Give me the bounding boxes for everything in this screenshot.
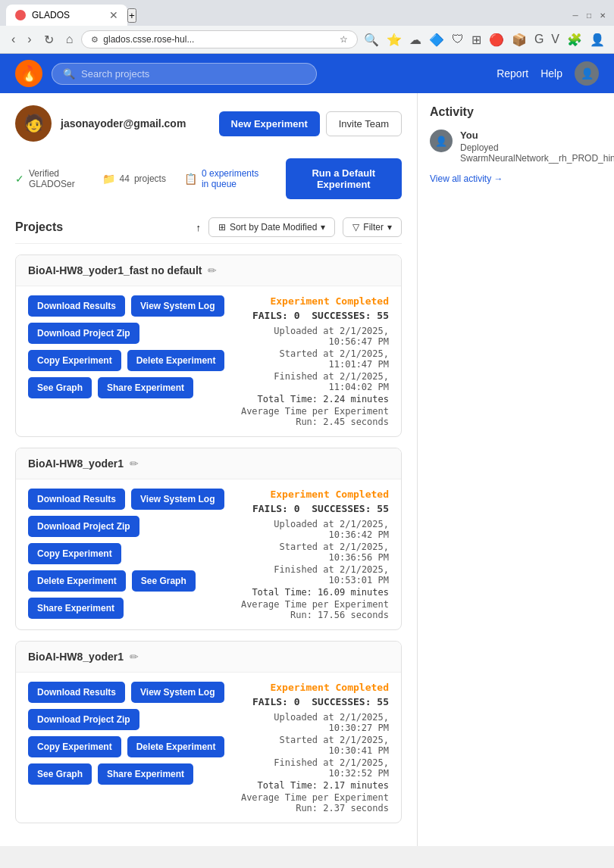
user-email: jasonayoder@gmail.com [61, 117, 210, 130]
extension-icon-2[interactable]: ⭐ [385, 31, 403, 48]
sort-icon-grid: ⊞ [218, 222, 226, 233]
download-project-zip-button-2[interactable]: Download Project Zip [28, 709, 139, 730]
share-experiment-button-2[interactable]: Share Experiment [98, 763, 193, 785]
finished-1: Finished at 2/1/2025, 10:53:01 PM [237, 564, 390, 585]
result-status-1: Experiment Completed [237, 489, 390, 500]
forward-button[interactable]: › [23, 31, 35, 48]
card-title-0: BioAI-HW8_yoder1_fast no default [28, 264, 202, 276]
reload-button[interactable]: ↻ [40, 31, 58, 48]
action-row-3-1: Copy Experiment [28, 543, 224, 564]
result-counts-2: FAILS: 0 SUCCESSES: 55 [237, 696, 389, 707]
card-actions-1: Download Results View System Log Downloa… [28, 489, 224, 620]
report-link[interactable]: Report [497, 67, 528, 80]
browser-chrome: GLADOS ✕ + ─ □ ✕ ‹ › ↻ ⌂ ⚙ glados.csse.r… [0, 0, 614, 54]
copy-experiment-button-2[interactable]: Copy Experiment [28, 736, 121, 757]
tab-bar: GLADOS ✕ + ─ □ ✕ [0, 0, 614, 26]
home-button[interactable]: ⌂ [62, 31, 77, 48]
view-system-log-button-1[interactable]: View System Log [131, 489, 224, 510]
filter-icon: ▽ [352, 222, 359, 233]
sort-label: Sort by Date Modified [230, 222, 317, 233]
search-input[interactable] [81, 68, 305, 80]
new-experiment-button[interactable]: New Experiment [219, 111, 320, 136]
extension-icon-4[interactable]: 🔷 [428, 31, 446, 48]
tab-title: GLADOS [32, 10, 103, 20]
extension-icon-6[interactable]: ⊞ [470, 31, 483, 48]
share-experiment-button-1[interactable]: Share Experiment [28, 598, 124, 619]
delete-experiment-button-2[interactable]: Delete Experiment [127, 736, 225, 757]
download-results-button-2[interactable]: Download Results [28, 682, 125, 703]
copy-experiment-button-0[interactable]: Copy Experiment [28, 350, 121, 371]
browser-nav-icons: 🔍 ⭐ ☁ 🔷 🛡 ⊞ 🔴 📦 G V 🧩 👤 [362, 31, 606, 48]
download-results-button-0[interactable]: Download Results [28, 295, 125, 317]
url-text: glados.csse.rose-hul... [103, 34, 335, 45]
see-graph-button-0[interactable]: See Graph [28, 377, 92, 398]
fails-1: FAILS: 0 [252, 503, 300, 514]
extension-icon-5[interactable]: 🛡 [450, 31, 465, 48]
successes-1: SUCCESSES: 55 [312, 503, 389, 514]
activity-avatar-0: 👤 [430, 130, 453, 152]
address-bar[interactable]: ⚙ glados.csse.rose-hul... ☆ [81, 30, 358, 48]
card-title-1: BioAI-HW8_yoder1 [28, 457, 124, 470]
see-graph-button-2[interactable]: See Graph [28, 763, 92, 785]
extension-icon-9[interactable]: G [533, 31, 545, 48]
extension-icon-7[interactable]: 🔴 [487, 31, 506, 48]
invite-team-button[interactable]: Invite Team [326, 111, 402, 136]
run-default-button[interactable]: Run a Default Experiment [286, 158, 402, 199]
card-actions-0: Download Results View System Log Downloa… [28, 295, 224, 427]
card-body-2: Download Results View System Log Downloa… [16, 673, 401, 823]
lock-icon: ⚙ [91, 35, 99, 45]
finished-0: Finished at 2/1/2025, 11:04:02 PM [237, 371, 389, 392]
download-results-button-1[interactable]: Download Results [28, 489, 125, 510]
result-status-2: Experiment Completed [237, 682, 389, 693]
extension-icon-10[interactable]: V [550, 31, 561, 48]
new-tab-button[interactable]: + [127, 8, 136, 23]
edit-icon-2[interactable]: ✏ [130, 651, 139, 663]
share-experiment-button-0[interactable]: Share Experiment [98, 377, 193, 398]
delete-experiment-button-0[interactable]: Delete Experiment [127, 350, 225, 371]
result-status-0: Experiment Completed [237, 295, 389, 307]
star-icon[interactable]: ☆ [340, 34, 348, 45]
delete-experiment-button-1[interactable]: Delete Experiment [28, 570, 126, 592]
extension-icon-1[interactable]: 🔍 [362, 31, 381, 48]
search-bar-container[interactable]: 🔍 [52, 63, 317, 85]
extension-icon-3[interactable]: ☁ [408, 31, 423, 48]
edit-icon-0[interactable]: ✏ [208, 264, 217, 276]
activity-desc-0: Deployed SwarmNeuralNetwork__rh_PROD_hin… [460, 142, 614, 164]
projects-title: Projects [15, 220, 188, 234]
see-graph-button-1[interactable]: See Graph [132, 570, 196, 592]
user-avatar-header[interactable]: 👤 [575, 61, 599, 86]
uploaded-0: Uploaded at 2/1/2025, 10:56:47 PM [237, 326, 389, 347]
close-button[interactable]: ✕ [597, 10, 608, 20]
uploaded-1: Uploaded at 2/1/2025, 10:36:42 PM [237, 519, 390, 540]
tab-close-button[interactable]: ✕ [109, 9, 118, 21]
edit-icon-1[interactable]: ✏ [130, 457, 139, 470]
fails-2: FAILS: 0 [252, 696, 300, 707]
download-project-zip-button-1[interactable]: Download Project Zip [28, 516, 139, 537]
card-header-1: BioAI-HW8_yoder1 ✏ [16, 448, 401, 479]
view-all-activity-link[interactable]: View all activity → [430, 173, 503, 184]
activity-title: Activity [430, 105, 602, 119]
activity-content-0: You 3h Deployed SwarmNeuralNetwork__rh_P… [460, 130, 614, 164]
minimize-button[interactable]: ─ [570, 10, 581, 20]
help-link[interactable]: Help [540, 67, 562, 80]
active-tab[interactable]: GLADOS ✕ [6, 5, 127, 26]
filter-button[interactable]: ▽ Filter ▾ [343, 217, 402, 237]
sort-chevron-icon: ▾ [321, 222, 325, 233]
queue-link[interactable]: 0 experiments in queue [202, 168, 268, 189]
profile-button[interactable]: 👤 [588, 31, 606, 48]
extension-icon-8[interactable]: 📦 [510, 31, 528, 48]
back-button[interactable]: ‹ [8, 31, 19, 48]
finished-2: Finished at 2/1/2025, 10:32:52 PM [237, 757, 389, 779]
sort-icon: ↑ [196, 222, 201, 233]
download-project-zip-button-0[interactable]: Download Project Zip [28, 323, 139, 344]
extensions-button[interactable]: 🧩 [565, 31, 584, 48]
fails-0: FAILS: 0 [252, 310, 300, 321]
main-layout: 🧑 jasonayoder@gmail.com New Experiment I… [0, 93, 614, 846]
sort-button[interactable]: ⊞ Sort by Date Modified ▾ [208, 217, 335, 237]
action-row-3-2: Copy Experiment Delete Experiment [28, 736, 224, 757]
maximize-button[interactable]: □ [584, 10, 594, 20]
view-system-log-button-2[interactable]: View System Log [131, 682, 224, 703]
copy-experiment-button-1[interactable]: Copy Experiment [28, 543, 121, 564]
nav-bar: ‹ › ↻ ⌂ ⚙ glados.csse.rose-hul... ☆ 🔍 ⭐ … [0, 26, 614, 54]
view-system-log-button-0[interactable]: View System Log [131, 295, 224, 317]
